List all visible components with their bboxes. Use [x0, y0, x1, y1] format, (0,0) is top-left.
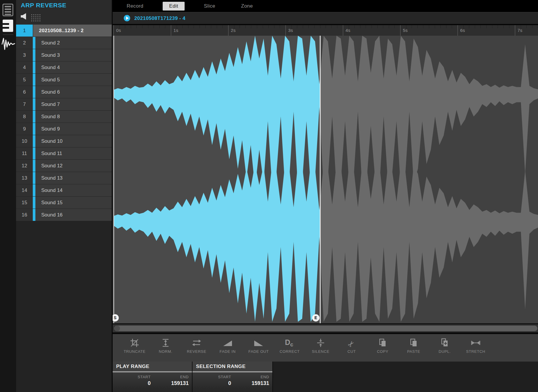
fade-in-button[interactable]: FADE IN	[212, 337, 243, 354]
sound-number[interactable]: 8	[16, 111, 33, 123]
sound-label[interactable]: Sound 10	[35, 135, 112, 147]
sound-number[interactable]: 15	[16, 197, 33, 209]
fade-in-icon	[212, 337, 243, 349]
sound-number[interactable]: 12	[16, 160, 33, 172]
sound-number[interactable]: 7	[16, 98, 33, 110]
sound-row[interactable]: 16Sound 16	[16, 209, 112, 221]
sound-row[interactable]: 10Sound 10	[16, 135, 112, 147]
sound-row[interactable]: 11Sound 11	[16, 147, 112, 159]
correct-button[interactable]: DcCORRECT	[274, 337, 305, 354]
sound-number[interactable]: 3	[16, 49, 33, 61]
sound-number[interactable]: 4	[16, 61, 33, 73]
play-range-end-value[interactable]: 159131	[158, 380, 189, 386]
paste-button[interactable]: PASTE	[398, 337, 429, 354]
sound-row[interactable]: 7Sound 7	[16, 98, 112, 110]
scrollbar-knob[interactable]	[114, 326, 120, 331]
sound-row[interactable]: 9Sound 9	[16, 123, 112, 135]
sound-number[interactable]: 16	[16, 209, 33, 221]
truncate-button[interactable]: TRUNCATE	[119, 337, 150, 354]
sound-row[interactable]: 5Sound 5	[16, 74, 112, 86]
group-header: ARP REVERSE	[16, 0, 112, 25]
selection-range-end-value[interactable]: 159131	[239, 380, 269, 386]
sound-label[interactable]: Sound 8	[35, 111, 112, 123]
sound-row[interactable]: 3Sound 3	[16, 49, 112, 61]
cut-icon: ✂	[336, 337, 367, 349]
waveform-display[interactable]: S E	[113, 36, 538, 323]
silence-icon	[305, 337, 336, 349]
sound-number[interactable]: 2	[16, 37, 33, 49]
sound-row[interactable]: 4Sound 4	[16, 61, 112, 73]
sound-number[interactable]: 6	[16, 86, 33, 98]
group-list-view-icon[interactable]	[2, 4, 14, 16]
sample-editor-icon[interactable]	[1, 36, 15, 51]
sound-label[interactable]: Sound 12	[35, 160, 112, 172]
dupl-button[interactable]: DUPL.	[429, 337, 460, 354]
ruler-minor-tick	[217, 25, 217, 28]
silence-button[interactable]: SILENCE	[305, 337, 336, 354]
sound-row[interactable]: 120210508..1239 - 2	[16, 25, 112, 37]
ruler-major-tick	[286, 25, 286, 36]
sound-label[interactable]: Sound 16	[35, 209, 112, 221]
tab-record[interactable]: Record	[120, 2, 150, 11]
editor-tab-bar: RecordEditSliceZone	[113, 0, 538, 12]
sound-row[interactable]: 13Sound 13	[16, 172, 112, 184]
sound-label[interactable]: Sound 15	[35, 197, 112, 209]
selection-range-start-value[interactable]: 0	[201, 380, 231, 386]
sound-label[interactable]: Sound 5	[35, 74, 112, 86]
sound-label[interactable]: Sound 3	[35, 49, 112, 61]
end-marker-handle[interactable]: E	[312, 314, 319, 321]
sound-label[interactable]: Sound 11	[35, 147, 112, 159]
sound-label[interactable]: Sound 13	[35, 172, 112, 184]
pad-grid-icon[interactable]	[31, 14, 41, 23]
reverse-button[interactable]: REVERSE	[181, 337, 212, 354]
duplicate-icon	[429, 337, 460, 349]
sound-row[interactable]: 6Sound 6	[16, 86, 112, 98]
cut-button[interactable]: ✂CUT	[336, 337, 367, 354]
tab-edit[interactable]: Edit	[163, 2, 185, 11]
sound-number[interactable]: 13	[16, 172, 33, 184]
selection-start-line[interactable]	[114, 36, 114, 323]
tab-zone[interactable]: Zone	[235, 2, 259, 11]
waveform-svg	[113, 36, 538, 323]
sound-accent-bar	[33, 61, 35, 73]
sound-row[interactable]: 2Sound 2	[16, 37, 112, 49]
tab-slice[interactable]: Slice	[197, 2, 222, 11]
sound-label[interactable]: Sound 6	[35, 86, 112, 98]
sound-number[interactable]: 14	[16, 184, 33, 196]
sound-row[interactable]: 12Sound 12	[16, 160, 112, 172]
scrollbar-thumb[interactable]	[114, 326, 537, 331]
sound-number[interactable]: 11	[16, 147, 33, 159]
play-button[interactable]	[124, 15, 130, 21]
sound-accent-bar	[33, 37, 35, 49]
truncate-icon	[119, 337, 150, 349]
sound-number[interactable]: 1	[16, 25, 33, 37]
ruler-minor-tick	[503, 25, 504, 28]
sound-row[interactable]: 14Sound 14	[16, 184, 112, 196]
sound-accent-bar	[33, 147, 35, 159]
sound-label[interactable]: Sound 4	[35, 61, 112, 73]
sound-label[interactable]: Sound 7	[35, 98, 112, 110]
ruler-minor-tick	[131, 25, 131, 28]
stretch-button[interactable]: STRETCH	[460, 337, 491, 354]
speaker-icon[interactable]	[20, 13, 27, 21]
sound-label[interactable]: Sound 9	[35, 123, 112, 135]
sound-label[interactable]: 20210508..1239 - 2	[33, 25, 112, 37]
copy-button[interactable]: COPY	[367, 337, 398, 354]
ruler-minor-tick	[452, 25, 452, 28]
sound-number[interactable]: 9	[16, 123, 33, 135]
fade-out-button[interactable]: FADE OUT	[243, 337, 274, 354]
sound-row[interactable]: 15Sound 15	[16, 197, 112, 209]
sound-accent-bar	[33, 160, 35, 172]
tool-label: NORM.	[150, 349, 181, 354]
keyboard-view-icon[interactable]	[2, 19, 14, 33]
sound-row[interactable]: 8Sound 8	[16, 111, 112, 123]
sound-number[interactable]: 5	[16, 74, 33, 86]
sound-label[interactable]: Sound 2	[35, 37, 112, 49]
timeline-ruler[interactable]: 0s1s2s3s4s5s6s7s	[113, 25, 538, 36]
play-range-start-value[interactable]: 0	[120, 380, 151, 386]
norm-button[interactable]: NORM.	[150, 337, 181, 354]
sound-label[interactable]: Sound 14	[35, 184, 112, 196]
waveform-scrollbar[interactable]	[113, 324, 538, 332]
sound-number[interactable]: 10	[16, 135, 33, 147]
selection-end-line[interactable]	[320, 36, 321, 323]
